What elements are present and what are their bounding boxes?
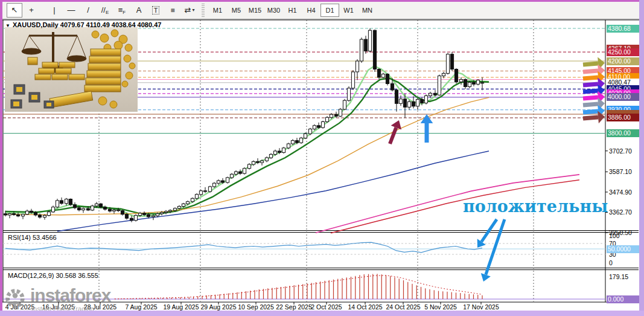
crosshair-tool-button[interactable]: + (24, 3, 39, 18)
crosshair-icon: + (29, 5, 34, 15)
rsi-axis-tick: 100 (609, 232, 620, 239)
text-tool-button[interactable]: A (131, 3, 147, 18)
frame-right (639, 0, 644, 316)
toolbar-grip[interactable] (202, 4, 205, 17)
cursor-icon: ↖ (11, 5, 18, 15)
timeframe-d1-button[interactable]: D1 (320, 4, 339, 17)
date-label: 10 Sep 2025 (238, 303, 274, 311)
price-level-label: 4000.00 (607, 93, 639, 101)
drawing-tools-group: ↖+|—///E≡FAT■⇄▾ (6, 3, 198, 18)
equidistant-channel-tool-button[interactable]: //E (97, 3, 113, 18)
equidistant-channel-icon: // (101, 5, 106, 15)
timeframe-mn-button[interactable]: MN (358, 4, 377, 17)
toolbar: ↖+|—///E≡FAT■⇄▾ M1M5M15M30H1H4D1W1MN (2, 2, 639, 19)
date-label: 7 Aug 2025 (125, 303, 157, 311)
timeframe-h4-button[interactable]: H4 (302, 4, 320, 17)
vertical-line-tool-button[interactable]: | (46, 3, 62, 18)
mt4-window: ↖+|—///E≡FAT■⇄▾ M1M5M15M30H1H4D1W1MN ▼XA… (0, 0, 644, 316)
date-label: 14 Oct 2025 (348, 303, 382, 311)
frame-left (0, 0, 2, 316)
frame-top (0, 0, 644, 2)
price-level-label: 3800.00 (607, 129, 639, 137)
price-axis-tick: 3702.70 (609, 147, 632, 155)
cursor-tool-button[interactable]: ↖ (7, 3, 22, 18)
watermark-name: instaforex (30, 286, 110, 305)
date-label: 24 Oct 2025 (386, 303, 420, 311)
timeframe-m15-button[interactable]: M15 (246, 4, 264, 17)
trendline-icon: / (87, 5, 89, 15)
date-label: 2 Oct 2025 (311, 303, 342, 311)
horizontal-line-icon: — (68, 5, 75, 15)
chart-title[interactable]: ▼XAUUSD,Daily 4079.67 4110.49 4038.64 40… (5, 21, 161, 28)
annotation-text: положительны (463, 197, 608, 216)
rsi-current-value: 50.0000 (607, 245, 639, 253)
date-label: 17 Nov 2025 (463, 303, 499, 311)
price-level-label: 4250.00 (607, 48, 639, 56)
shapes-tool-button[interactable]: ■ (165, 3, 180, 18)
date-label: 29 Aug 2025 (201, 303, 237, 311)
suffix: F (123, 10, 126, 15)
price-axis-tick: 3362.70 (609, 208, 632, 216)
frame-bottom (0, 311, 644, 316)
shapes-icon: ■ (170, 6, 174, 15)
text-label-tool-button[interactable]: T (148, 3, 164, 18)
rsi-indicator-label: RSI(14) 53.4566 (8, 234, 57, 241)
date-label: 19 Aug 2025 (164, 303, 199, 311)
arrows-icon: ⇄ (185, 5, 191, 15)
vertical-line-icon: | (53, 5, 55, 15)
text-icon: A (136, 5, 142, 15)
instaforex-gear-icon (4, 286, 27, 311)
arrows-tool-button[interactable]: ⇄▾ (182, 3, 197, 18)
price-axis-tick: 3474.90 (609, 189, 632, 196)
price-level-label: 4200.00 (607, 57, 639, 65)
chevron-down-icon[interactable]: ▼ (5, 23, 10, 28)
timeframe-w1-button[interactable]: W1 (339, 4, 358, 17)
timeframe-m1-button[interactable]: M1 (208, 4, 227, 17)
text-label-icon: T (152, 6, 160, 15)
fibonacci-tool-button[interactable]: ≡F (114, 3, 130, 18)
suffix: E (106, 10, 109, 15)
macd-indicator-label: MACD(12,26,9) 30.568 36.555 (8, 272, 98, 279)
horizontal-line-tool-button[interactable]: — (63, 3, 79, 18)
timeframe-m5-button[interactable]: M5 (227, 4, 246, 17)
chevron-down-icon[interactable]: ▾ (192, 7, 194, 13)
timeframe-h1-button[interactable]: H1 (283, 4, 302, 17)
macd-current-value: 0.000 (607, 295, 639, 303)
timeframe-group: M1M5M15M30H1H4D1W1MN (208, 4, 377, 17)
date-label: 22 Sep 2025 (276, 303, 312, 311)
fibonacci-icon: ≡ (118, 5, 123, 15)
trendline-tool-button[interactable]: / (80, 3, 96, 18)
macd-axis-tick: 179.15 (609, 273, 628, 280)
price-axis-tick: 3587.10 (609, 168, 632, 175)
gold-bars-photo (5, 27, 138, 112)
price-level-label: 4380.68 (607, 25, 639, 33)
price-level-label: 3886.00 (607, 114, 639, 121)
symbol-ohlc-text: XAUUSD,Daily 4079.67 4110.49 4038.64 408… (13, 21, 161, 28)
timeframe-m30-button[interactable]: M30 (264, 4, 283, 17)
date-label: 5 Nov 2025 (424, 303, 457, 311)
instaforex-watermark: instaforex Instant Forex Trading (4, 286, 110, 312)
rsi-axis-tick: 0 (609, 259, 613, 266)
